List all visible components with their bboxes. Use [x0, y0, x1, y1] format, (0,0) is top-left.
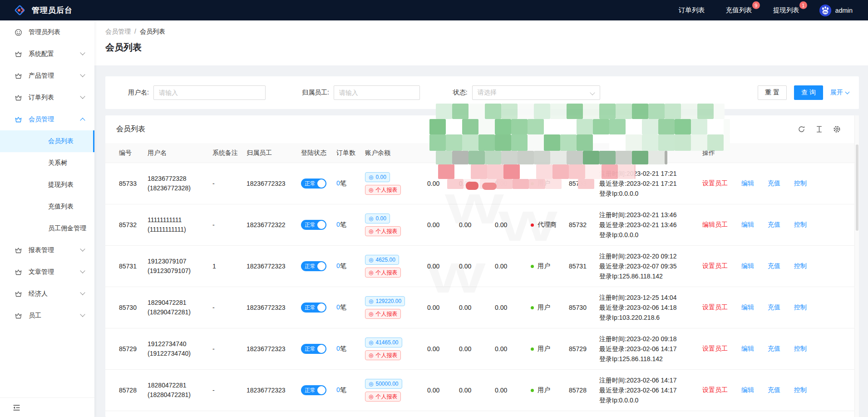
action-编辑[interactable]: 编辑	[741, 303, 754, 312]
balance-badge[interactable]: ◎0.00	[365, 172, 390, 182]
action-充值[interactable]: 充值	[768, 262, 780, 270]
action-编辑[interactable]: 编辑	[741, 386, 754, 394]
action-编辑[interactable]: 编辑	[741, 179, 754, 188]
sidebar-item-5[interactable]: 会员管理	[0, 109, 94, 130]
time-info: 注册时间:2023-02-20 09:12最近登录:2023-02-07 09:…	[599, 251, 702, 281]
action-充值[interactable]: 充值	[768, 179, 780, 188]
reset-button[interactable]: 重 置	[758, 85, 787, 100]
action-控制[interactable]: 控制	[794, 262, 807, 270]
action-充值[interactable]: 充值	[768, 386, 780, 394]
action-设置员工[interactable]: 设置员工	[702, 179, 728, 188]
login-status-toggle[interactable]: 正常	[301, 179, 326, 189]
user-menu[interactable]: du admin	[819, 5, 853, 16]
login-status-toggle[interactable]: 正常	[301, 303, 326, 313]
nav-link-3[interactable]: 提现列表 1	[773, 6, 799, 15]
collapse-sidebar-icon[interactable]	[13, 404, 20, 412]
action-充值[interactable]: 充值	[768, 345, 780, 353]
user-avatar: du	[819, 5, 831, 16]
personal-report-badge[interactable]: ◎个人报表	[365, 309, 401, 319]
column-header-14: 操作	[702, 149, 853, 157]
action-编辑[interactable]: 编辑	[741, 262, 754, 270]
sidebar-item-12[interactable]: 文章管理	[0, 261, 94, 283]
username-input[interactable]	[153, 85, 266, 100]
member-type: 用户	[531, 303, 569, 312]
system-remark: -	[212, 180, 247, 187]
balance-badge[interactable]: ◎4625.00	[365, 255, 399, 265]
login-status-toggle[interactable]: 正常	[301, 344, 326, 354]
sidebar-item-2[interactable]: 系统配置	[0, 43, 94, 65]
action-编辑[interactable]: 编辑	[741, 221, 754, 229]
expand-link[interactable]: 展开	[830, 89, 849, 97]
balance-badge[interactable]: ◎129220.00	[365, 296, 405, 306]
scrollbar-thumb[interactable]	[856, 144, 858, 231]
sidebar-item-7[interactable]: 关系树	[0, 152, 94, 174]
navbar-right: 订单列表 充值列表 9 提现列表 1 du admin	[658, 5, 853, 16]
balance-badge[interactable]: ◎50000.00	[365, 379, 402, 389]
sidebar-item-label: 文章管理	[29, 268, 54, 276]
breadcrumb-separator: /	[134, 28, 136, 36]
eye-icon: ◎	[369, 298, 373, 304]
row-actions: 设置员工编辑充值控制	[702, 179, 853, 188]
balance-badge[interactable]: ◎41465.00	[365, 338, 402, 348]
chevron-down-icon	[80, 312, 85, 317]
action-设置员工[interactable]: 设置员工	[702, 262, 728, 270]
toggle-knob	[317, 262, 326, 270]
status-placeholder: 请选择	[478, 89, 497, 97]
action-控制[interactable]: 控制	[794, 345, 807, 353]
crown-icon	[15, 94, 22, 102]
sidebar-item-9[interactable]: 充值列表	[0, 196, 94, 218]
balance-badge[interactable]: ◎0.00	[365, 213, 390, 223]
action-编辑员工[interactable]: 编辑员工	[702, 221, 728, 229]
personal-report-badge[interactable]: ◎个人报表	[365, 350, 401, 360]
breadcrumb-parent[interactable]: 会员管理	[105, 28, 131, 36]
sidebar-item-1[interactable]: 管理员列表	[0, 21, 94, 43]
search-button[interactable]: 查 询	[794, 85, 823, 100]
login-status-toggle[interactable]: 正常	[301, 261, 326, 271]
action-控制[interactable]: 控制	[794, 179, 807, 188]
action-充值[interactable]: 充值	[768, 303, 780, 312]
sidebar-item-14[interactable]: 员工	[0, 305, 94, 327]
action-设置员工[interactable]: 设置员工	[702, 386, 728, 394]
personal-report-badge[interactable]: ◎个人报表	[365, 392, 401, 402]
action-控制[interactable]: 控制	[794, 386, 807, 394]
member-username: 19123079107(19123079107)	[148, 257, 212, 276]
personal-report-badge[interactable]: ◎个人报表	[365, 185, 401, 195]
sidebar-item-4[interactable]: 订单列表	[0, 87, 94, 109]
action-控制[interactable]: 控制	[794, 303, 807, 312]
sidebar-item-label: 订单列表	[29, 94, 54, 102]
sidebar-item-11[interactable]: 报表管理	[0, 239, 94, 261]
sidebar-item-10[interactable]: 员工佣金管理	[0, 218, 94, 239]
sidebar-item-label: 会员列表	[48, 137, 74, 145]
table-row-3: 8573119123079107(19123079107)11823677232…	[105, 246, 859, 287]
refresh-icon[interactable]	[798, 125, 805, 133]
action-充值[interactable]: 充值	[768, 221, 780, 229]
column-height-icon[interactable]	[815, 125, 823, 133]
crown-icon	[15, 72, 22, 80]
crown-icon	[15, 312, 22, 320]
sidebar-item-13[interactable]: 经济人	[0, 283, 94, 305]
action-设置员工[interactable]: 设置员工	[702, 345, 728, 353]
row-actions: 设置员工编辑充值控制	[702, 303, 853, 312]
personal-report-badge[interactable]: ◎个人报表	[365, 226, 401, 236]
action-编辑[interactable]: 编辑	[741, 345, 754, 353]
sidebar-item-8[interactable]: 提现列表	[0, 174, 94, 196]
eye-icon: ◎	[369, 215, 373, 222]
settings-icon[interactable]	[833, 125, 841, 133]
table-row-4: 8573018290472281(18290472281)-1823677232…	[105, 287, 859, 328]
action-设置员工[interactable]: 设置员工	[702, 303, 728, 312]
action-控制[interactable]: 控制	[794, 221, 807, 229]
sidebar-item-3[interactable]: 产品管理	[0, 65, 94, 87]
member-id: 85732	[119, 221, 148, 228]
sidebar-item-6[interactable]: 会员列表	[0, 130, 94, 152]
login-status-toggle[interactable]: 正常	[301, 385, 326, 395]
table-scrollbar[interactable]	[854, 115, 859, 417]
status-select[interactable]: 请选择	[472, 85, 600, 100]
personal-report-badge[interactable]: ◎个人报表	[365, 268, 401, 278]
system-remark: -	[212, 221, 247, 228]
login-status-toggle[interactable]: 正常	[301, 220, 326, 230]
nav-link-2[interactable]: 充值列表 9	[726, 6, 752, 15]
eye-icon: ◎	[369, 174, 373, 180]
nav-link-1[interactable]: 订单列表	[679, 6, 705, 15]
staff-input[interactable]	[334, 85, 420, 100]
brand: 管理员后台	[14, 4, 73, 16]
